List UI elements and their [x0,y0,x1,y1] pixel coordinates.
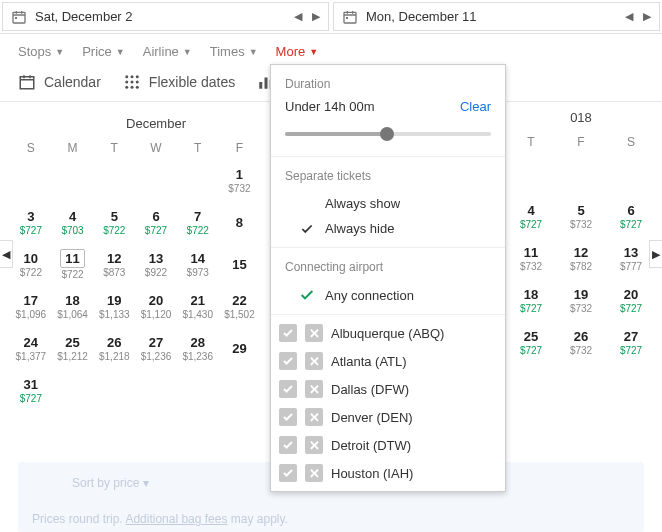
day-price: $1,430 [182,309,213,320]
calendar-day[interactable]: 25$1,212 [52,327,94,369]
calendar-day[interactable]: 8 [219,201,261,243]
calendar-day[interactable]: 13$777 [606,237,656,279]
calendar-day[interactable]: 22$1,502 [219,285,261,327]
calendar-day[interactable]: 11$732 [506,237,556,279]
duration-slider[interactable] [285,124,491,144]
calendar-day[interactable]: 5$732 [556,195,606,237]
slider-thumb[interactable] [380,127,394,141]
airport-label: Denver (DEN) [331,410,413,425]
calendar-day[interactable]: 19$732 [556,279,606,321]
day-number: 6 [627,203,634,218]
checkbox-exclude[interactable]: ✕ [305,436,323,454]
option-always-show[interactable]: Always show [285,191,491,216]
svg-rect-1 [15,17,17,19]
calendar-day[interactable]: 31$727 [10,369,52,411]
calendar-day[interactable]: 5$722 [93,201,135,243]
calendar-day[interactable]: 6$727 [135,201,177,243]
checkbox-include[interactable] [279,380,297,398]
calendar-day[interactable]: 3$727 [10,201,52,243]
calendar-day[interactable]: 26$732 [556,321,606,363]
airport-row[interactable]: ✕Houston (IAH) [271,459,505,487]
calendar-day[interactable]: 29 [219,327,261,369]
calendar-day[interactable]: 1$732 [219,159,261,201]
calendar-empty [606,153,656,195]
checkbox-include[interactable] [279,408,297,426]
checkbox-include[interactable] [279,464,297,482]
calendar-day[interactable]: 26$1,218 [93,327,135,369]
calendar-day[interactable]: 11$722 [52,243,94,285]
calendar-day[interactable]: 4$703 [52,201,94,243]
svg-point-7 [136,75,139,78]
calendar-day[interactable]: 28$1,236 [177,327,219,369]
checkbox-include[interactable] [279,352,297,370]
calendar-day[interactable]: 13$922 [135,243,177,285]
grid-icon [123,73,141,91]
calendar-day[interactable]: 27$1,236 [135,327,177,369]
day-number: 25 [65,335,79,350]
calendar-day[interactable]: 12$873 [93,243,135,285]
calendar-day[interactable]: 21$1,430 [177,285,219,327]
calendar-day[interactable]: 14$973 [177,243,219,285]
bag-fees-link[interactable]: Additional bag fees [125,512,227,526]
option-always-hide[interactable]: Always hide [285,216,491,241]
checkbox-include[interactable] [279,324,297,342]
calendar-empty [177,369,219,411]
calendar-day[interactable]: 24$1,377 [10,327,52,369]
filter-stops[interactable]: Stops▼ [18,44,64,59]
calendar-day[interactable]: 20$1,120 [135,285,177,327]
duration-label: Duration [285,77,491,91]
dow-cell: T [177,141,219,155]
airport-row[interactable]: ✕Dallas (DFW) [271,375,505,403]
return-date-field[interactable]: Mon, December 11 ◀ ▶ [333,2,660,31]
calendar-day[interactable]: 18$1,064 [52,285,94,327]
checkbox-include[interactable] [279,436,297,454]
depart-prev-icon[interactable]: ◀ [294,10,302,23]
day-number: 13 [624,245,638,260]
svg-point-9 [130,81,133,84]
airport-row[interactable]: ✕Atlanta (ATL) [271,347,505,375]
filter-more[interactable]: More▼ [276,44,319,59]
calendar-day[interactable]: 27$727 [606,321,656,363]
calendar-empty [556,153,606,195]
connecting-airport-list[interactable]: ✕Albuquerque (ABQ)✕Atlanta (ATL)✕Dallas … [271,315,505,491]
filter-times[interactable]: Times▼ [210,44,258,59]
calendar-title: 018 [506,98,656,135]
checkbox-exclude[interactable]: ✕ [305,324,323,342]
day-number: 5 [111,209,118,224]
tab-calendar[interactable]: Calendar [18,73,101,91]
calendar-day[interactable]: 4$727 [506,195,556,237]
calendar-day[interactable]: 7$722 [177,201,219,243]
calendar-day[interactable]: 17$1,096 [10,285,52,327]
checkbox-exclude[interactable]: ✕ [305,464,323,482]
calendar-day[interactable]: 25$727 [506,321,556,363]
calendar-day[interactable]: 12$782 [556,237,606,279]
clear-duration-button[interactable]: Clear [460,99,491,114]
depart-next-icon[interactable]: ▶ [312,10,320,23]
checkbox-exclude[interactable]: ✕ [305,352,323,370]
return-next-icon[interactable]: ▶ [643,10,651,23]
calendar-day[interactable]: 15 [219,243,261,285]
option-any-connection[interactable]: Any connection [285,282,491,308]
calendar-day[interactable]: 6$727 [606,195,656,237]
calendar-grid: 4$7275$7326$72711$73212$78213$77718$7271… [506,153,656,363]
day-number: 27 [624,329,638,344]
calendar-empty [135,369,177,411]
calendar-day[interactable]: 19$1,133 [93,285,135,327]
tab-flexible-dates[interactable]: Flexible dates [123,73,235,91]
calendar-day[interactable]: 18$727 [506,279,556,321]
depart-date-field[interactable]: Sat, December 2 ◀ ▶ [2,2,329,31]
day-price: $873 [103,267,125,278]
filter-price[interactable]: Price▼ [82,44,125,59]
calendar-day[interactable]: 10$722 [10,243,52,285]
airport-row[interactable]: ✕Albuquerque (ABQ) [271,319,505,347]
day-number: 8 [236,215,243,230]
airport-row[interactable]: ✕Denver (DEN) [271,403,505,431]
dow-cell: F [219,141,261,155]
return-date-text: Mon, December 11 [366,9,477,24]
calendar-day[interactable]: 20$727 [606,279,656,321]
filter-airline[interactable]: Airline▼ [143,44,192,59]
checkbox-exclude[interactable]: ✕ [305,408,323,426]
checkbox-exclude[interactable]: ✕ [305,380,323,398]
return-prev-icon[interactable]: ◀ [625,10,633,23]
airport-row[interactable]: ✕Detroit (DTW) [271,431,505,459]
